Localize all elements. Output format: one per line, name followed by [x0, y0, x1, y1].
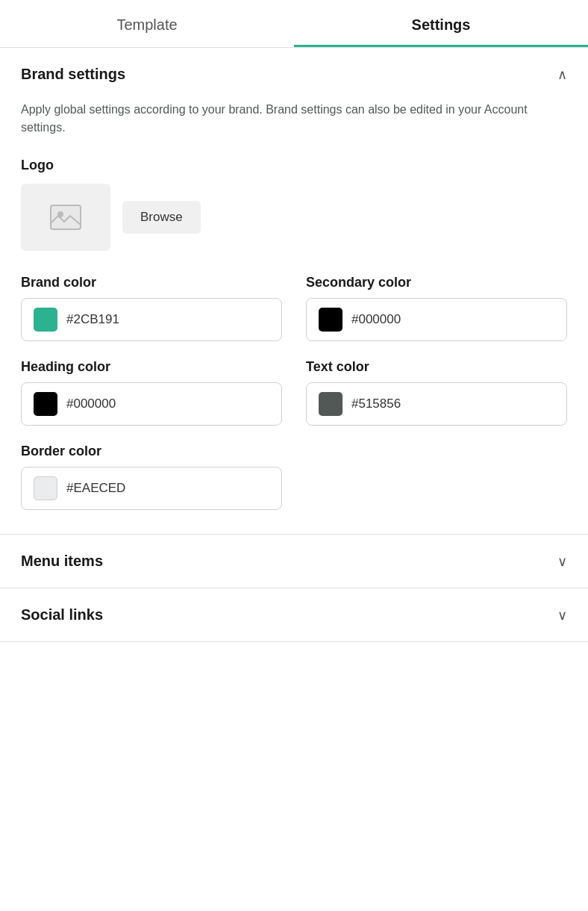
browse-button[interactable]: Browse: [122, 201, 201, 234]
menu-items-title: Menu items: [21, 553, 103, 570]
logo-placeholder: [21, 184, 110, 251]
content-area: Brand settings ∧ Apply global settings a…: [0, 48, 588, 642]
secondary-color-label: Secondary color: [306, 275, 567, 290]
color-grid: Brand color #2CB191 Secondary color #000…: [21, 275, 567, 510]
menu-items-header[interactable]: Menu items ∨: [0, 535, 588, 588]
text-color-swatch: [319, 392, 343, 416]
tab-bar: Template Settings: [0, 0, 588, 48]
social-links-chevron-down-icon: ∨: [557, 607, 567, 624]
secondary-color-input[interactable]: #000000: [306, 298, 567, 341]
brand-settings-description: Apply global settings according to your …: [21, 101, 567, 137]
secondary-color-field: Secondary color #000000: [306, 275, 567, 341]
brand-settings-header[interactable]: Brand settings ∧: [0, 48, 588, 101]
heading-color-field: Heading color #000000: [21, 359, 282, 426]
social-links-section: Social links ∨: [0, 588, 588, 642]
brand-settings-chevron-up-icon: ∧: [557, 66, 567, 83]
brand-color-input[interactable]: #2CB191: [21, 298, 282, 341]
social-links-title: Social links: [21, 606, 103, 624]
border-color-label: Border color: [21, 444, 282, 459]
secondary-color-swatch: [319, 308, 343, 332]
heading-color-label: Heading color: [21, 359, 282, 375]
brand-settings-body: Apply global settings according to your …: [0, 101, 588, 534]
text-color-input[interactable]: #515856: [306, 382, 567, 426]
border-color-swatch: [34, 476, 57, 500]
brand-color-field: Brand color #2CB191: [21, 275, 282, 341]
text-color-label: Text color: [306, 359, 567, 375]
brand-color-label: Brand color: [21, 275, 282, 290]
brand-settings-title: Brand settings: [21, 66, 125, 83]
svg-rect-0: [51, 205, 81, 229]
brand-color-value: #2CB191: [66, 312, 119, 327]
border-color-value: #EAECED: [66, 481, 125, 496]
text-color-value: #515856: [351, 397, 401, 411]
logo-label: Logo: [21, 158, 567, 173]
tab-template[interactable]: Template: [0, 0, 294, 47]
secondary-color-value: #000000: [351, 312, 401, 327]
menu-items-section: Menu items ∨: [0, 535, 588, 588]
image-placeholder-icon: [49, 204, 82, 231]
social-links-header[interactable]: Social links ∨: [0, 588, 588, 641]
brand-color-swatch: [34, 308, 57, 332]
border-color-field: Border color #EAECED: [21, 444, 282, 510]
logo-row: Browse: [21, 184, 567, 251]
menu-items-chevron-down-icon: ∨: [557, 553, 567, 570]
border-color-input[interactable]: #EAECED: [21, 467, 282, 510]
heading-color-input[interactable]: #000000: [21, 382, 282, 426]
tab-settings[interactable]: Settings: [294, 0, 588, 47]
heading-color-value: #000000: [66, 397, 116, 411]
text-color-field: Text color #515856: [306, 359, 567, 426]
heading-color-swatch: [34, 392, 57, 416]
brand-settings-section: Brand settings ∧ Apply global settings a…: [0, 48, 588, 535]
